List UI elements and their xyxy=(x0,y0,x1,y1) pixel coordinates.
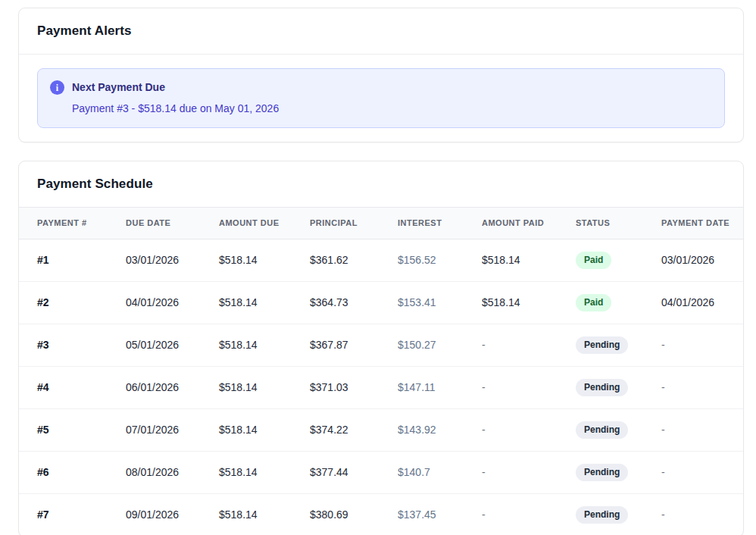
cell-amount-due: $518.14 xyxy=(207,324,298,367)
cell-principal: $361.62 xyxy=(298,239,386,282)
table-row: #5 07/01/2026 $518.14 $374.22 $143.92 - … xyxy=(19,409,743,452)
cell-payment-date: - xyxy=(649,409,743,452)
cell-interest: $143.92 xyxy=(386,409,470,452)
status-badge: Pending xyxy=(576,379,628,396)
payment-schedule-title: Payment Schedule xyxy=(37,175,725,193)
alert-text: Next Payment Due Payment #3 - $518.14 du… xyxy=(72,80,279,116)
column-header: Principal xyxy=(298,208,386,239)
cell-payment-number: #6 xyxy=(19,452,114,494)
cell-interest: $156.52 xyxy=(386,239,470,282)
cell-amount-due: $518.14 xyxy=(207,282,298,324)
payment-alerts-title: Payment Alerts xyxy=(37,22,725,40)
cell-due-date: 03/01/2026 xyxy=(114,239,207,282)
cell-amount-paid: - xyxy=(470,409,564,452)
column-header: Status xyxy=(564,208,649,239)
next-payment-alert: i Next Payment Due Payment #3 - $518.14 … xyxy=(37,68,725,128)
status-badge: Paid xyxy=(576,294,611,311)
cell-payment-date: - xyxy=(649,367,743,409)
cell-amount-due: $518.14 xyxy=(207,494,298,535)
column-header: Due Date xyxy=(114,208,207,239)
cell-amount-due: $518.14 xyxy=(207,239,298,282)
cell-status: Paid xyxy=(564,282,649,324)
cell-payment-number: #5 xyxy=(19,409,114,452)
page: Payment Alerts i Next Payment Due Paymen… xyxy=(0,0,756,535)
cell-status: Pending xyxy=(564,324,649,367)
table-row: #3 05/01/2026 $518.14 $367.87 $150.27 - … xyxy=(19,324,743,367)
payment-schedule-header: Payment Schedule xyxy=(19,161,743,207)
cell-interest: $137.45 xyxy=(386,494,470,535)
cell-interest: $140.7 xyxy=(386,452,470,494)
cell-status: Pending xyxy=(564,367,649,409)
alert-title: Next Payment Due xyxy=(72,80,279,95)
table-row: #2 04/01/2026 $518.14 $364.73 $153.41 $5… xyxy=(19,282,743,324)
cell-principal: $380.69 xyxy=(298,494,386,535)
cell-payment-number: #7 xyxy=(19,494,114,535)
cell-amount-due: $518.14 xyxy=(207,367,298,409)
cell-payment-date: - xyxy=(649,494,743,535)
cell-interest: $153.41 xyxy=(386,282,470,324)
column-header: Payment Date xyxy=(649,208,743,239)
cell-payment-date: 04/01/2026 xyxy=(649,282,743,324)
cell-due-date: 04/01/2026 xyxy=(114,282,207,324)
cell-due-date: 06/01/2026 xyxy=(114,367,207,409)
status-badge: Paid xyxy=(576,252,611,269)
cell-status: Pending xyxy=(564,409,649,452)
cell-due-date: 08/01/2026 xyxy=(114,452,207,494)
column-header: Interest xyxy=(386,208,470,239)
cell-due-date: 05/01/2026 xyxy=(114,324,207,367)
cell-payment-number: #4 xyxy=(19,367,114,409)
cell-amount-paid: $518.14 xyxy=(470,239,564,282)
cell-principal: $367.87 xyxy=(298,324,386,367)
cell-payment-date: - xyxy=(649,452,743,494)
payment-alerts-body: i Next Payment Due Payment #3 - $518.14 … xyxy=(19,55,743,142)
cell-amount-paid: - xyxy=(470,324,564,367)
cell-status: Pending xyxy=(564,494,649,535)
column-header: Amount Paid xyxy=(470,208,564,239)
cell-amount-due: $518.14 xyxy=(207,409,298,452)
cell-payment-number: #1 xyxy=(19,239,114,282)
cell-payment-date: 03/01/2026 xyxy=(649,239,743,282)
payment-alerts-header: Payment Alerts xyxy=(19,8,743,55)
table-header-row: Payment #Due DateAmount DuePrincipalInte… xyxy=(19,208,743,239)
cell-payment-number: #3 xyxy=(19,324,114,367)
cell-due-date: 09/01/2026 xyxy=(114,494,207,535)
column-header: Payment # xyxy=(19,208,114,239)
cell-interest: $150.27 xyxy=(386,324,470,367)
status-badge: Pending xyxy=(576,336,628,354)
payment-alerts-card: Payment Alerts i Next Payment Due Paymen… xyxy=(18,8,744,142)
cell-amount-paid: - xyxy=(470,452,564,494)
cell-amount-paid: - xyxy=(470,494,564,535)
cell-principal: $364.73 xyxy=(298,282,386,324)
cell-principal: $371.03 xyxy=(298,367,386,409)
cell-amount-paid: $518.14 xyxy=(470,282,564,324)
payment-schedule-table: Payment #Due DateAmount DuePrincipalInte… xyxy=(19,207,743,535)
payment-schedule-card: Payment Schedule Payment #Due DateAmount… xyxy=(18,161,744,535)
status-badge: Pending xyxy=(576,464,628,481)
status-badge: Pending xyxy=(576,421,628,439)
table-row: #1 03/01/2026 $518.14 $361.62 $156.52 $5… xyxy=(19,239,743,282)
cell-status: Pending xyxy=(564,452,649,494)
alert-message: Payment #3 - $518.14 due on May 01, 2026 xyxy=(72,101,279,116)
cell-principal: $377.44 xyxy=(298,452,386,494)
cell-payment-number: #2 xyxy=(19,282,114,324)
cell-principal: $374.22 xyxy=(298,409,386,452)
cell-due-date: 07/01/2026 xyxy=(114,409,207,452)
status-badge: Pending xyxy=(576,506,628,524)
info-icon: i xyxy=(50,80,64,95)
cell-amount-due: $518.14 xyxy=(207,452,298,494)
column-header: Amount Due xyxy=(207,208,298,239)
cell-interest: $147.11 xyxy=(386,367,470,409)
table-row: #6 08/01/2026 $518.14 $377.44 $140.7 - P… xyxy=(19,452,743,494)
table-row: #7 09/01/2026 $518.14 $380.69 $137.45 - … xyxy=(19,494,743,535)
cell-payment-date: - xyxy=(649,324,743,367)
cell-amount-paid: - xyxy=(470,367,564,409)
cell-status: Paid xyxy=(564,239,649,282)
table-row: #4 06/01/2026 $518.14 $371.03 $147.11 - … xyxy=(19,367,743,409)
